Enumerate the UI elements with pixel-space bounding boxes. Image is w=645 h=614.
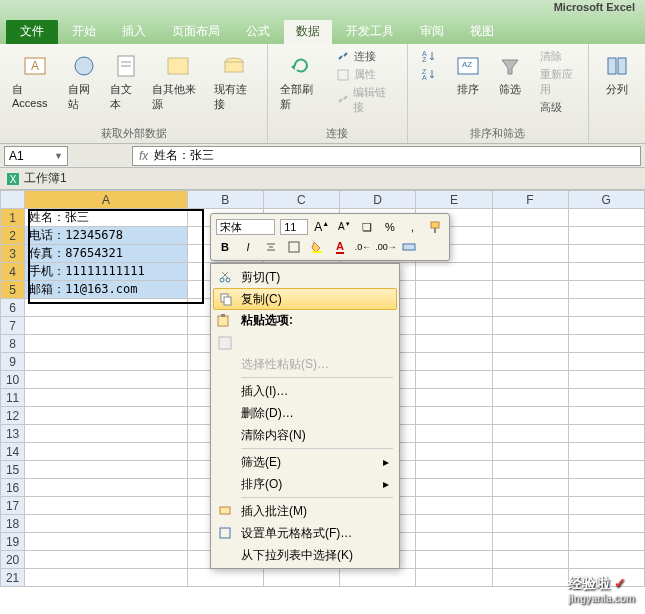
btn-filter[interactable]: 筛选 bbox=[490, 48, 530, 99]
cell-A11[interactable] bbox=[25, 389, 187, 407]
cell-E9[interactable] bbox=[416, 353, 492, 371]
menu-droplist[interactable]: 从下拉列表中选择(K) bbox=[213, 544, 397, 566]
menu-format-cells[interactable]: 设置单元格格式(F)… bbox=[213, 522, 397, 544]
cell-F10[interactable] bbox=[492, 371, 568, 389]
cell-A9[interactable] bbox=[25, 353, 187, 371]
cell-A14[interactable] bbox=[25, 443, 187, 461]
cell-F1[interactable] bbox=[492, 209, 568, 227]
mini-font-select[interactable]: 宋体 bbox=[216, 219, 275, 235]
cell-C21[interactable] bbox=[263, 569, 339, 587]
cell-E10[interactable] bbox=[416, 371, 492, 389]
cell-G20[interactable] bbox=[568, 551, 644, 569]
mini-comma[interactable]: , bbox=[404, 218, 422, 236]
row-header-16[interactable]: 16 bbox=[1, 479, 25, 497]
btn-refresh-all[interactable]: 全部刷新 bbox=[276, 48, 326, 114]
cell-G11[interactable] bbox=[568, 389, 644, 407]
cell-F18[interactable] bbox=[492, 515, 568, 533]
row-header-20[interactable]: 20 bbox=[1, 551, 25, 569]
menu-sort[interactable]: 排序(O)▸ bbox=[213, 473, 397, 495]
tab-formula[interactable]: 公式 bbox=[234, 19, 282, 44]
cell-E6[interactable] bbox=[416, 299, 492, 317]
cell-F14[interactable] bbox=[492, 443, 568, 461]
col-header-D[interactable]: D bbox=[340, 191, 416, 209]
cell-B21[interactable] bbox=[187, 569, 263, 587]
cell-F9[interactable] bbox=[492, 353, 568, 371]
cell-A8[interactable] bbox=[25, 335, 187, 353]
btn-from-access[interactable]: A自 Access bbox=[8, 48, 62, 114]
cell-F11[interactable] bbox=[492, 389, 568, 407]
btn-from-text[interactable]: 自文本 bbox=[106, 48, 146, 114]
link-connections[interactable]: 连接 bbox=[332, 48, 399, 65]
btn-sort-desc[interactable]: ZA bbox=[416, 66, 442, 82]
col-header-A[interactable]: A bbox=[25, 191, 187, 209]
cell-A1[interactable]: 姓名：张三 bbox=[25, 209, 187, 227]
tab-layout[interactable]: 页面布局 bbox=[160, 19, 232, 44]
menu-copy[interactable]: 复制(C) bbox=[213, 288, 397, 310]
row-header-11[interactable]: 11 bbox=[1, 389, 25, 407]
menu-clear[interactable]: 清除内容(N) bbox=[213, 424, 397, 446]
cell-G10[interactable] bbox=[568, 371, 644, 389]
cell-A21[interactable] bbox=[25, 569, 187, 587]
cell-G2[interactable] bbox=[568, 227, 644, 245]
cell-G9[interactable] bbox=[568, 353, 644, 371]
formula-bar[interactable]: fx姓名：张三 bbox=[132, 146, 641, 166]
mini-percent[interactable]: % bbox=[381, 218, 399, 236]
cell-A12[interactable] bbox=[25, 407, 187, 425]
cell-G15[interactable] bbox=[568, 461, 644, 479]
tab-file[interactable]: 文件 bbox=[6, 19, 58, 44]
cell-F3[interactable] bbox=[492, 245, 568, 263]
col-header-G[interactable]: G bbox=[568, 191, 644, 209]
cell-E12[interactable] bbox=[416, 407, 492, 425]
row-header-4[interactable]: 4 bbox=[1, 263, 25, 281]
row-header-2[interactable]: 2 bbox=[1, 227, 25, 245]
cell-E7[interactable] bbox=[416, 317, 492, 335]
cell-F12[interactable] bbox=[492, 407, 568, 425]
cell-A5[interactable]: 邮箱：11@163.com bbox=[25, 281, 187, 299]
row-header-3[interactable]: 3 bbox=[1, 245, 25, 263]
cell-F17[interactable] bbox=[492, 497, 568, 515]
mini-grow-font[interactable]: A▲ bbox=[313, 218, 331, 236]
row-header-7[interactable]: 7 bbox=[1, 317, 25, 335]
cell-G4[interactable] bbox=[568, 263, 644, 281]
cell-E18[interactable] bbox=[416, 515, 492, 533]
cell-A10[interactable] bbox=[25, 371, 187, 389]
cell-F5[interactable] bbox=[492, 281, 568, 299]
cell-G13[interactable] bbox=[568, 425, 644, 443]
col-header-C[interactable]: C bbox=[263, 191, 339, 209]
row-header-17[interactable]: 17 bbox=[1, 497, 25, 515]
cell-A16[interactable] bbox=[25, 479, 187, 497]
cell-G8[interactable] bbox=[568, 335, 644, 353]
row-header-8[interactable]: 8 bbox=[1, 335, 25, 353]
mini-fill-color[interactable] bbox=[308, 238, 326, 256]
cell-E4[interactable] bbox=[416, 263, 492, 281]
cell-F13[interactable] bbox=[492, 425, 568, 443]
cell-G3[interactable] bbox=[568, 245, 644, 263]
cell-F15[interactable] bbox=[492, 461, 568, 479]
btn-sort[interactable]: AZ排序 bbox=[448, 48, 488, 99]
row-header-14[interactable]: 14 bbox=[1, 443, 25, 461]
btn-text-to-columns[interactable]: 分列 bbox=[597, 48, 637, 99]
tab-data[interactable]: 数据 bbox=[284, 19, 332, 44]
cell-G18[interactable] bbox=[568, 515, 644, 533]
cell-A7[interactable] bbox=[25, 317, 187, 335]
mini-inc-decimal[interactable]: .00→ bbox=[377, 238, 395, 256]
row-header-12[interactable]: 12 bbox=[1, 407, 25, 425]
cell-A3[interactable]: 传真：87654321 bbox=[25, 245, 187, 263]
cell-E19[interactable] bbox=[416, 533, 492, 551]
cell-F21[interactable] bbox=[492, 569, 568, 587]
cell-G1[interactable] bbox=[568, 209, 644, 227]
btn-existing-conn[interactable]: 现有连接 bbox=[210, 48, 259, 114]
tab-review[interactable]: 审阅 bbox=[408, 19, 456, 44]
cell-E20[interactable] bbox=[416, 551, 492, 569]
cell-E11[interactable] bbox=[416, 389, 492, 407]
mini-size-select[interactable]: 11 bbox=[280, 219, 308, 235]
cell-A2[interactable]: 电话：12345678 bbox=[25, 227, 187, 245]
cell-A19[interactable] bbox=[25, 533, 187, 551]
tab-home[interactable]: 开始 bbox=[60, 19, 108, 44]
btn-advanced[interactable]: 高级 bbox=[536, 99, 581, 116]
cell-F6[interactable] bbox=[492, 299, 568, 317]
row-header-13[interactable]: 13 bbox=[1, 425, 25, 443]
col-header-E[interactable]: E bbox=[416, 191, 492, 209]
menu-cut[interactable]: 剪切(T) bbox=[213, 266, 397, 288]
cell-A15[interactable] bbox=[25, 461, 187, 479]
